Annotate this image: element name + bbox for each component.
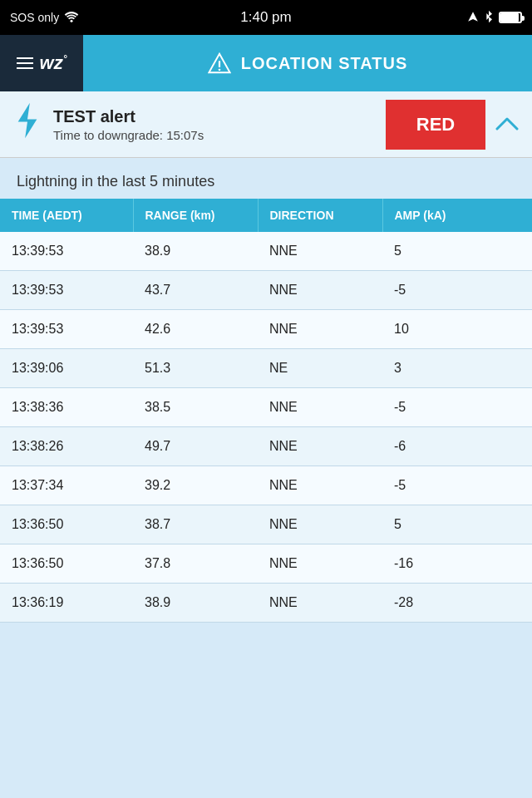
warning-triangle-icon bbox=[208, 52, 231, 75]
battery-icon bbox=[499, 12, 522, 23]
status-bar: SOS only 1:40 pm bbox=[0, 0, 532, 35]
header-title: LOCATION STATUS bbox=[241, 54, 408, 73]
wifi-icon bbox=[64, 11, 79, 25]
table-row: 13:38:2649.7NNE-6 bbox=[0, 427, 532, 466]
hamburger-icon bbox=[17, 57, 33, 69]
cell-time: 13:39:53 bbox=[0, 232, 133, 271]
cell-amp: 10 bbox=[382, 310, 532, 349]
cell-direction: NNE bbox=[258, 271, 382, 310]
svg-point-0 bbox=[71, 19, 73, 22]
cell-range: 38.9 bbox=[133, 584, 258, 623]
alert-text-block: TEST alert Time to downgrade: 15:07s bbox=[53, 107, 376, 142]
cell-time: 13:37:34 bbox=[0, 466, 133, 505]
cell-amp: 3 bbox=[382, 349, 532, 388]
lightning-icon bbox=[13, 101, 42, 147]
table-row: 13:36:5037.8NNE-16 bbox=[0, 544, 532, 584]
table-row: 13:39:5338.9NNE5 bbox=[0, 232, 532, 271]
app-header: wz° LOCATION STATUS bbox=[0, 35, 532, 91]
table-row: 13:39:5342.6NNE10 bbox=[0, 310, 532, 349]
alert-chevron-up-icon[interactable] bbox=[495, 111, 519, 138]
app-logo: wz° bbox=[40, 52, 67, 74]
cell-direction: NNE bbox=[258, 232, 382, 271]
cell-time: 13:38:26 bbox=[0, 427, 133, 466]
cell-range: 43.7 bbox=[133, 271, 258, 310]
status-time: 1:40 pm bbox=[240, 9, 291, 26]
cell-direction: NNE bbox=[258, 388, 382, 427]
cell-amp: -28 bbox=[382, 584, 532, 623]
cell-amp: -5 bbox=[382, 466, 532, 505]
cell-time: 13:39:06 bbox=[0, 349, 133, 388]
cell-range: 38.9 bbox=[133, 232, 258, 271]
table-row: 13:39:5343.7NNE-5 bbox=[0, 271, 532, 310]
section-heading: Lightning in the last 5 minutes bbox=[0, 158, 532, 199]
col-range: RANGE (km) bbox=[133, 199, 258, 232]
cell-range: 39.2 bbox=[133, 466, 258, 505]
cell-amp: -5 bbox=[382, 388, 532, 427]
cell-range: 49.7 bbox=[133, 427, 258, 466]
cell-range: 42.6 bbox=[133, 310, 258, 349]
cell-range: 37.8 bbox=[133, 544, 258, 584]
cell-direction: NNE bbox=[258, 466, 382, 505]
table-header-row: TIME (AEDT) RANGE (km) DIRECTION AMP (kA… bbox=[0, 199, 532, 232]
carrier-text: SOS only bbox=[10, 11, 59, 24]
cell-time: 13:39:53 bbox=[0, 271, 133, 310]
cell-direction: NE bbox=[258, 349, 382, 388]
cell-direction: NNE bbox=[258, 584, 382, 623]
table-row: 13:39:0651.3NE3 bbox=[0, 349, 532, 388]
menu-button[interactable]: wz° bbox=[0, 35, 83, 91]
cell-direction: NNE bbox=[258, 505, 382, 544]
lightning-table: TIME (AEDT) RANGE (km) DIRECTION AMP (kA… bbox=[0, 199, 532, 623]
cell-direction: NNE bbox=[258, 544, 382, 584]
cell-direction: NNE bbox=[258, 310, 382, 349]
alert-subtitle: Time to downgrade: 15:07s bbox=[53, 128, 376, 142]
alert-banner[interactable]: TEST alert Time to downgrade: 15:07s RED bbox=[0, 91, 532, 158]
cell-amp: -5 bbox=[382, 271, 532, 310]
table-row: 13:37:3439.2NNE-5 bbox=[0, 466, 532, 505]
cell-time: 13:38:36 bbox=[0, 388, 133, 427]
header-title-area: LOCATION STATUS bbox=[83, 52, 532, 75]
col-time: TIME (AEDT) bbox=[0, 199, 133, 232]
svg-rect-2 bbox=[219, 69, 220, 71]
cell-amp: -6 bbox=[382, 427, 532, 466]
bluetooth-icon bbox=[484, 10, 494, 26]
table-row: 13:36:5038.7NNE5 bbox=[0, 505, 532, 544]
cell-amp: 5 bbox=[382, 505, 532, 544]
alert-title: TEST alert bbox=[53, 107, 376, 126]
table-row: 13:38:3638.5NNE-5 bbox=[0, 388, 532, 427]
cell-amp: -16 bbox=[382, 544, 532, 584]
svg-rect-1 bbox=[219, 61, 220, 67]
cell-time: 13:39:53 bbox=[0, 310, 133, 349]
cell-time: 13:36:50 bbox=[0, 505, 133, 544]
col-direction: DIRECTION bbox=[258, 199, 382, 232]
alert-red-badge: RED bbox=[386, 100, 485, 150]
cell-direction: NNE bbox=[258, 427, 382, 466]
cell-time: 13:36:19 bbox=[0, 584, 133, 623]
cell-range: 38.5 bbox=[133, 388, 258, 427]
cell-amp: 5 bbox=[382, 232, 532, 271]
table-row: 13:36:1938.9NNE-28 bbox=[0, 584, 532, 623]
col-amp: AMP (kA) bbox=[382, 199, 532, 232]
location-icon bbox=[467, 11, 479, 25]
cell-range: 51.3 bbox=[133, 349, 258, 388]
cell-time: 13:36:50 bbox=[0, 544, 133, 584]
cell-range: 38.7 bbox=[133, 505, 258, 544]
